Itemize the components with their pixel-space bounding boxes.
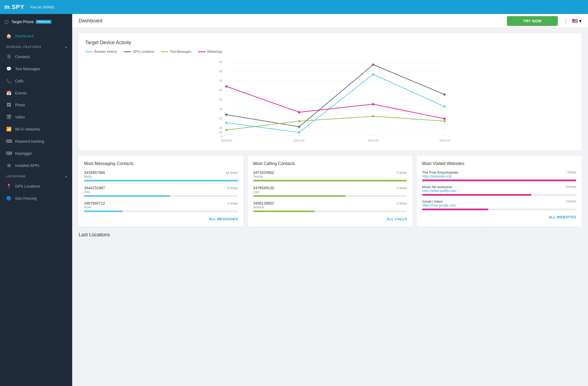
content-header: Dashboard TRY NOW ⋮ 🇺🇸 ▾ [72,14,588,28]
contact-name-3: Mom [84,205,105,209]
header-icons: ⋮ 🇺🇸 ▾ [563,18,582,24]
keylogger-label: Keylogger [15,151,32,156]
target-phone-label: Target Phone [11,20,34,24]
sidebar-target: ⬡ Target Phone PREMIUM [0,14,72,30]
more-options-icon[interactable]: ⋮ [563,18,569,24]
calling-times-2: 3 times [397,186,407,190]
svg-text:0: 0 [221,135,222,138]
sidebar-item-gps[interactable]: 📍 GPS Locations [0,180,72,192]
contact-number-2: 3444231987 [84,186,105,190]
contact-bar-wrap-1 [84,180,238,181]
svg-text:60: 60 [219,89,222,92]
sidebar-item-keylogger[interactable]: ⌨ Keylogger [0,147,72,159]
calling-times-1: 5 times [397,171,407,175]
language-flag-icon[interactable]: 🇺🇸 ▾ [572,18,582,24]
last-locations-title: Last Locations [79,232,582,238]
sidebar-item-events[interactable]: 📅 Events [0,87,72,99]
calling-bar-1 [253,180,407,181]
sidebar-item-contacts[interactable]: ☰ Contacts [0,51,72,63]
messages-icon: 💬 [6,66,12,71]
layout: ⬡ Target Phone PREMIUM 🏠 Dashboard GENER… [0,14,588,386]
sidebar-item-photo[interactable]: 🖼 Photo [0,99,72,111]
svg-point-33 [372,64,374,66]
gps-label: GPS Locations [15,184,40,188]
wifi-icon: 📶 [6,127,12,132]
all-calls-link[interactable]: ALL CALLS [387,217,407,221]
phone-icon: 📞 [6,78,12,83]
chart-legend: Browser History GPS Locations Text Messa… [85,50,575,54]
calling-contact-2: 3476549120 Lisa 3 times [253,186,407,197]
svg-point-40 [298,111,300,113]
home-icon: 🏠 [6,33,12,38]
contact-name-1: Matty [84,175,105,178]
calling-contact-3: 3456139652 Jessica 2 times [253,201,407,212]
legend-gps: GPS Locations [124,50,154,54]
contacts-icon: ☰ [6,54,12,59]
svg-text:90: 90 [219,60,222,64]
website-bar-1 [422,180,576,181]
contact-bar-3 [84,210,123,212]
website-url-3: https://mail.google.com/ [422,203,456,207]
calling-card-title: Most Calling Contacts [253,161,407,166]
website-times-2: 5 times [566,185,576,189]
svg-point-35 [225,129,228,131]
calling-card: Most Calling Contacts 3471629902 Teresa … [248,156,413,227]
svg-text:50: 50 [219,98,222,101]
gps-icon: 📍 [6,184,12,189]
activity-chart-svg-wrap: 90 80 70 60 50 40 30 20 10 0 2020-01 202… [85,57,575,144]
messaging-contact-1: 3434857946 Matty 16 times [84,170,238,181]
website-bar-wrap-1 [422,180,576,181]
svg-text:2020-01: 2020-01 [221,139,232,142]
sidebar-item-dashboard[interactable]: 🏠 Dashboard [0,30,72,42]
svg-point-42 [444,118,446,120]
legend-whatsapp: WhatsApp [198,50,222,54]
legend-browser-history: Browser History [85,50,117,54]
sidebar-item-installed-apps[interactable]: ⊞ Installed APPs [0,159,72,171]
calling-bar-wrap-2 [253,195,407,197]
sidebar-item-text-messages[interactable]: 💬 Text Messages [0,63,72,75]
try-now-button[interactable]: TRY NOW [507,16,558,26]
dashboard-body: Target Device Activity Browser History G… [72,28,588,246]
keyword-icon: ⌨ [6,139,12,144]
website-item-3: Gmail | Inbox https://mail.google.com/ 3… [422,199,576,210]
user-id: Your Id: 000001 [30,5,54,9]
text-messages-label: Text Messages [15,67,40,71]
website-times-3: 3 times [566,199,576,203]
legend-text-messages: Text Messages [161,50,192,54]
svg-point-31 [225,114,228,116]
contact-times-2: 9 times [228,186,238,190]
all-websites-link[interactable]: ALL WEBSITES [548,215,576,219]
video-label: Video [15,115,25,119]
calling-name-2: Lisa [253,190,274,194]
websites-card-title: Most Visited Websites [422,161,576,166]
website-times-1: 7 times [566,170,576,174]
contact-times-1: 16 times [226,171,238,175]
contact-bar-wrap-3 [84,210,238,212]
sidebar-section-general: GENERAL FEATURES ▲ [0,42,72,51]
sidebar-item-video[interactable]: 🎬 Video [0,111,72,123]
premium-badge: PREMIUM [36,20,51,24]
legend-gps-line [124,51,131,52]
messaging-card-footer: ALL MESSAGES [84,216,238,221]
svg-text:40: 40 [219,107,222,111]
website-bar-wrap-2 [422,194,576,196]
calling-contact-1: 3471629902 Teresa 5 times [253,170,407,181]
sidebar-item-keyword-tracking[interactable]: ⌨ Keyword tracking [0,135,72,147]
sidebar-item-geo-fencing[interactable]: 🔵 Geo Fencing [0,192,72,204]
contact-name-2: Dad [84,190,105,194]
svg-text:20: 20 [219,126,222,129]
calling-name-1: Teresa [253,175,274,178]
geo-icon: 🔵 [6,196,12,201]
svg-point-28 [298,131,300,134]
events-label: Events [15,91,27,95]
main-content: Dashboard TRY NOW ⋮ 🇺🇸 ▾ Target Device A… [72,14,588,386]
sidebar-item-calls[interactable]: 📞 Calls [0,75,72,87]
svg-text:2020-03: 2020-03 [368,139,378,142]
calendar-icon: 📅 [6,90,12,96]
all-messages-link[interactable]: ALL MESSAGES [209,217,238,221]
installed-apps-label: Installed APPs [15,163,39,168]
calling-bar-3 [253,210,315,212]
sidebar-item-wifi[interactable]: 📶 Wi-Fi networks [0,123,72,135]
website-bar-3 [422,209,488,210]
contact-bar-1 [84,180,238,181]
